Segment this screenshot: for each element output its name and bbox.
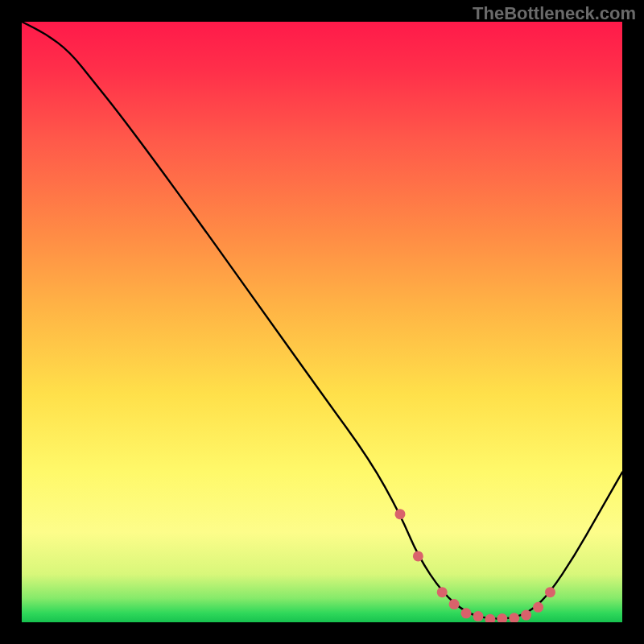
marker-dot [485, 614, 495, 622]
chart-plot-area [22, 22, 622, 622]
chart-curve [22, 22, 622, 619]
marker-dot [509, 613, 519, 622]
chart-overlay [22, 22, 622, 622]
marker-dot [497, 613, 507, 622]
marker-dot [473, 611, 483, 621]
chart-marker-points [394, 509, 555, 622]
marker-dot [521, 610, 531, 621]
marker-dot [545, 587, 555, 597]
marker-dot [533, 602, 543, 613]
marker-dot [437, 587, 448, 597]
watermark-text: TheBottleneck.com [473, 3, 636, 24]
marker-dot [413, 551, 423, 561]
marker-dot [394, 509, 405, 519]
marker-dot [461, 608, 472, 618]
marker-dot [449, 599, 460, 609]
